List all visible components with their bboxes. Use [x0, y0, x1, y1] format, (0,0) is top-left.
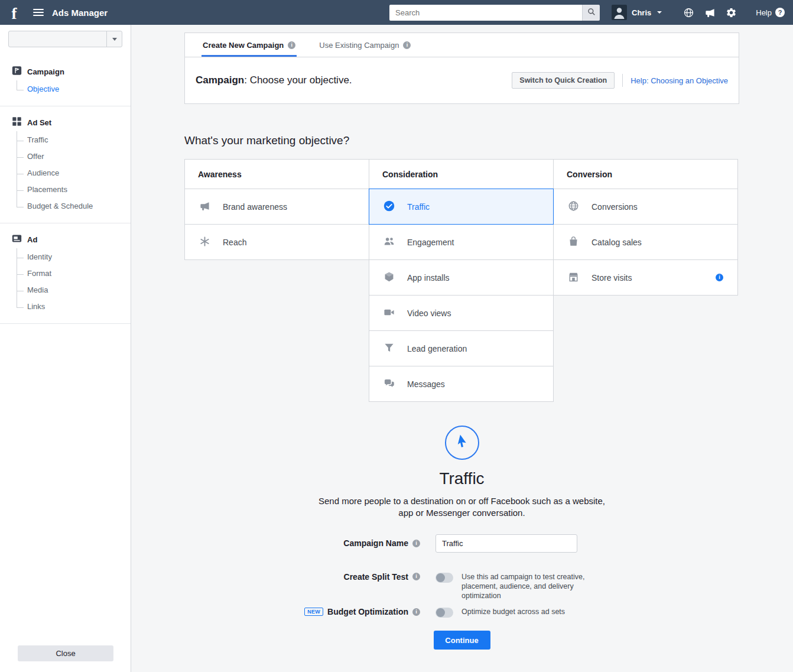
sidebar-item-media[interactable]: Media [17, 281, 131, 298]
objective-label: Store visits [592, 273, 632, 283]
sidebar-item-budget-schedule[interactable]: Budget & Schedule [17, 197, 131, 214]
search-button[interactable] [582, 5, 600, 21]
ad-tree: Identity Format Media Links [17, 248, 131, 314]
objective-detail: Traffic Send more people to a destinatio… [184, 426, 739, 650]
objective-cell-catalog-sales[interactable]: Catalog sales [553, 224, 738, 260]
facebook-logo-icon[interactable]: f [6, 4, 22, 21]
info-icon[interactable]: i [412, 608, 420, 616]
objective-cell-brand-awareness[interactable]: Brand awareness [184, 189, 369, 225]
switch-to-quick-creation-button[interactable]: Switch to Quick Creation [512, 72, 615, 89]
objective-cell-conversions[interactable]: Conversions [553, 189, 738, 225]
help-choosing-objective-link[interactable]: Help: Choosing an Objective [630, 76, 728, 85]
funnel-icon [384, 342, 395, 355]
hamburger-menu-icon[interactable] [33, 9, 44, 16]
sidebar-item-objective[interactable]: Objective [17, 80, 131, 97]
budget-optimization-toggle[interactable] [436, 608, 453, 618]
megaphone-icon[interactable] [704, 7, 716, 18]
help-question-icon: ? [775, 8, 785, 17]
objective-cell-traffic[interactable]: Traffic [369, 189, 554, 225]
new-badge: NEW [304, 608, 323, 616]
budget-optimization-description: Optimize budget across ad sets [462, 607, 590, 616]
sidebar: Campaign Objective Ad Set Traffic Offer … [0, 25, 131, 672]
cursor-arrow-icon [454, 433, 470, 452]
sidebar-item-adset[interactable]: Ad Set [12, 116, 131, 128]
tab-create-new-campaign[interactable]: Create New Campaign i [203, 33, 295, 57]
objective-label: Brand awareness [223, 202, 287, 212]
sidebar-section-ad: Ad Identity Format Media Links [0, 223, 131, 324]
sidebar-item-offer[interactable]: Offer [17, 148, 131, 164]
info-icon[interactable]: i [288, 41, 295, 49]
sidebar-item-links[interactable]: Links [17, 298, 131, 314]
vertical-divider [622, 74, 623, 87]
store-visits-info-icon[interactable]: i [716, 274, 723, 281]
info-icon[interactable]: i [403, 41, 411, 49]
traffic-objective-badge [445, 426, 479, 460]
sidebar-item-format[interactable]: Format [17, 265, 131, 281]
account-dropdown[interactable] [8, 31, 122, 47]
shopping-bag-icon [568, 236, 579, 249]
objective-cell-reach[interactable]: Reach [184, 224, 369, 260]
close-button[interactable]: Close [18, 645, 113, 661]
user-menu[interactable]: Chris [612, 5, 662, 20]
check-circle-icon [384, 200, 395, 213]
tab-label: Create New Campaign [203, 41, 284, 50]
budget-optimization-label-group: NEW Budget Optimization i [184, 607, 420, 616]
objective-cell-video-views[interactable]: Video views [369, 295, 554, 331]
adset-grid-icon [12, 116, 22, 128]
sidebar-item-placements[interactable]: Placements [17, 181, 131, 197]
objective-cell-store-visits[interactable]: Store visits i [553, 259, 738, 296]
objective-cell-messages[interactable]: Messages [369, 366, 554, 402]
objective-label: Catalog sales [592, 238, 642, 247]
campaign-header-title: Campaign: Choose your objective. [196, 74, 352, 86]
selected-objective-description: Send more people to a destination on or … [314, 495, 610, 520]
split-test-label: Create Split Test [344, 572, 408, 582]
sidebar-section-campaign: Campaign Objective [0, 56, 131, 106]
objective-cell-engagement[interactable]: Engagement [369, 224, 554, 260]
objective-cell-lead-generation[interactable]: Lead generation [369, 330, 554, 366]
cube-icon [384, 271, 395, 284]
split-test-toggle[interactable] [436, 573, 453, 583]
sidebar-section-label: Ad [27, 235, 37, 244]
objective-cell-app-installs[interactable]: App installs [369, 259, 554, 296]
objective-label: Video views [407, 309, 451, 318]
campaign-name-label-group: Campaign Name i [184, 538, 420, 548]
topbar-icons [683, 7, 737, 18]
gear-icon[interactable] [726, 7, 737, 18]
globe-icon[interactable] [683, 7, 694, 18]
help-menu[interactable]: Help ? [756, 8, 785, 17]
objective-column-consideration: Consideration Traffic Engagement [369, 159, 554, 402]
tab-label: Use Existing Campaign [319, 41, 399, 50]
split-test-row: Create Split Test i Use this ad campaign… [184, 572, 739, 601]
user-name: Chris [632, 8, 651, 17]
column-header-conversion: Conversion [553, 159, 738, 189]
sidebar-section-label: Campaign [27, 67, 64, 76]
reach-burst-icon [199, 236, 210, 249]
objective-label: Reach [223, 238, 246, 247]
chevron-down-icon [657, 11, 662, 14]
search-input[interactable] [389, 5, 582, 21]
search-icon [587, 8, 596, 18]
continue-button[interactable]: Continue [434, 631, 490, 650]
avatar [612, 5, 627, 20]
objective-column-conversion: Conversion Conversions Catalog sales [553, 159, 738, 402]
sidebar-item-traffic[interactable]: Traffic [17, 131, 131, 148]
info-icon[interactable]: i [412, 573, 420, 580]
budget-optimization-row: NEW Budget Optimization i Optimize budge… [184, 607, 739, 618]
sidebar-item-campaign[interactable]: Campaign [12, 66, 131, 77]
sidebar-item-identity[interactable]: Identity [17, 248, 131, 265]
sidebar-item-audience[interactable]: Audience [17, 164, 131, 181]
objective-label: Conversions [592, 202, 638, 212]
ad-card-icon [12, 233, 22, 245]
objective-label: Engagement [407, 238, 454, 247]
video-camera-icon [384, 307, 395, 320]
tab-use-existing-campaign[interactable]: Use Existing Campaign i [319, 33, 411, 57]
adset-tree: Traffic Offer Audience Placements Budget… [17, 131, 131, 214]
campaign-header-rest: : Choose your objective. [244, 74, 352, 86]
sidebar-item-ad[interactable]: Ad [12, 233, 131, 245]
campaign-name-input[interactable] [436, 534, 577, 553]
campaign-name-label: Campaign Name [343, 538, 408, 548]
objective-label: App installs [407, 273, 450, 283]
campaign-tree: Objective [17, 80, 131, 97]
objective-label: Traffic [407, 202, 430, 212]
info-icon[interactable]: i [412, 540, 420, 547]
